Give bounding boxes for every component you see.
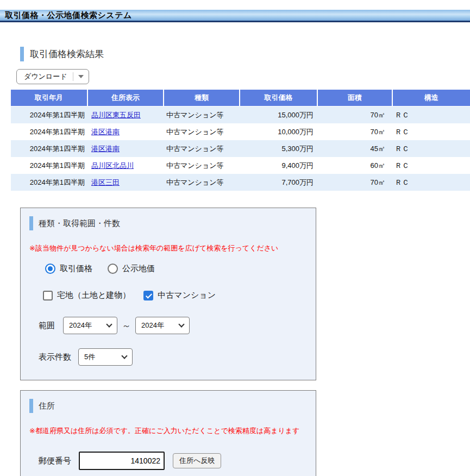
- cell-period: 2024年第1四半期: [11, 123, 88, 140]
- cell-period: 2024年第1四半期: [11, 107, 88, 123]
- chevron-down-icon: [121, 353, 127, 359]
- price-type-radio-group: 取引価格 公示地価: [45, 264, 170, 274]
- criteria-panel-title: 種類・取得範囲・件数: [29, 216, 120, 230]
- cell-period: 2024年第1四半期: [11, 157, 88, 174]
- address-panel-title: 住所: [29, 399, 55, 413]
- cell-structure: ＲＣ: [393, 140, 470, 157]
- cell-area: 70㎡: [318, 174, 393, 191]
- accent-bar: [20, 47, 24, 61]
- cell-area: 45㎡: [318, 140, 393, 157]
- cell-area: 70㎡: [318, 123, 393, 140]
- address-link[interactable]: 品川区東五反田: [91, 111, 141, 119]
- cell-price: 7,700万円: [240, 174, 318, 191]
- table-row: 2024年第1四半期 港区三田 中古マンション等 7,700万円 70㎡ ＲＣ: [11, 174, 470, 191]
- col-header-type: 種類: [164, 90, 240, 107]
- chevron-down-icon: [106, 321, 112, 327]
- table-header-row: 取引年月 住所表示 種類 取引価格 面積 構造: [11, 90, 470, 107]
- cell-structure: ＲＣ: [393, 174, 470, 191]
- chevron-down-icon: [78, 75, 84, 78]
- address-link[interactable]: 港区港南: [91, 128, 120, 136]
- radio-unselected-icon: [108, 264, 118, 274]
- accent-bar: [29, 399, 33, 413]
- checkbox-used-condo[interactable]: 中古マンション: [143, 290, 216, 300]
- checkbox-residential-land[interactable]: 宅地（土地と建物）: [43, 290, 130, 300]
- table-row: 2024年第1四半期 品川区北品川 中古マンション等 9,400万円 60㎡ Ｒ…: [11, 157, 470, 174]
- cell-price: 9,400万円: [240, 157, 318, 174]
- property-type-checkbox-group: 宅地（土地と建物） 中古マンション: [43, 290, 229, 300]
- cell-address: 港区港南: [88, 140, 164, 157]
- page-title: 取引価格検索結果: [30, 48, 104, 60]
- download-button[interactable]: ダウンロード: [16, 69, 89, 84]
- cell-type: 中古マンション等: [164, 174, 240, 191]
- radio-selected-icon: [45, 264, 55, 274]
- range-separator: ～: [122, 320, 131, 332]
- cell-price: 15,000万円: [240, 107, 318, 123]
- cell-price: 5,300万円: [240, 140, 318, 157]
- range-label: 範囲: [39, 321, 55, 331]
- address-panel: 住所 ※都道府県又は住所は必須です。正確にご入力いただくことで検索精度は高まりま…: [20, 390, 316, 476]
- postal-code-row: 郵便番号 住所へ反映: [39, 452, 221, 470]
- apply-to-address-button[interactable]: 住所へ反映: [173, 453, 221, 468]
- col-header-period: 取引年月: [11, 90, 88, 107]
- col-header-address: 住所表示: [88, 90, 164, 107]
- download-button-label: ダウンロード: [17, 72, 73, 82]
- cell-structure: ＲＣ: [393, 157, 470, 174]
- postal-code-label: 郵便番号: [39, 456, 71, 466]
- cell-type: 中古マンション等: [164, 140, 240, 157]
- cell-type: 中古マンション等: [164, 157, 240, 174]
- app-title: 取引価格・公示地価検索システム: [5, 10, 132, 21]
- accent-bar: [29, 216, 33, 230]
- cell-address: 港区港南: [88, 123, 164, 140]
- cell-structure: ＲＣ: [393, 107, 470, 123]
- cell-type: 中古マンション等: [164, 107, 240, 123]
- address-link[interactable]: 港区三田: [91, 178, 120, 186]
- cell-type: 中古マンション等: [164, 123, 240, 140]
- col-header-area: 面積: [318, 90, 393, 107]
- col-header-price: 取引価格: [240, 90, 318, 107]
- chevron-down-icon: [178, 321, 184, 327]
- postal-code-input[interactable]: [79, 452, 165, 470]
- count-label: 表示件数: [39, 352, 71, 362]
- radio-transaction-price[interactable]: 取引価格: [45, 264, 92, 274]
- table-row: 2024年第1四半期 港区港南 中古マンション等 5,300万円 45㎡ ＲＣ: [11, 140, 470, 157]
- cell-period: 2024年第1四半期: [11, 174, 88, 191]
- cell-period: 2024年第1四半期: [11, 140, 88, 157]
- cell-address: 品川区北品川: [88, 157, 164, 174]
- col-header-structure: 構造: [393, 90, 470, 107]
- table-row: 2024年第1四半期 港区港南 中古マンション等 10,000万円 70㎡ ＲＣ: [11, 123, 470, 140]
- cell-price: 10,000万円: [240, 123, 318, 140]
- criteria-note: ※該当物件が見つからない場合は検索年の範囲を広げて検索を行ってください: [29, 243, 278, 253]
- download-dropdown-toggle[interactable]: [73, 75, 89, 78]
- range-to-select[interactable]: 2024年: [135, 317, 190, 334]
- radio-official-land-price[interactable]: 公示地価: [108, 264, 155, 274]
- year-range-row: 範囲 2024年 ～ 2024年: [39, 317, 190, 334]
- cell-area: 70㎡: [318, 107, 393, 123]
- cell-address: 港区三田: [88, 174, 164, 191]
- checkbox-unchecked-icon: [43, 291, 53, 300]
- address-link[interactable]: 品川区北品川: [91, 161, 134, 170]
- cell-structure: ＲＣ: [393, 123, 470, 140]
- range-from-select[interactable]: 2024年: [63, 317, 117, 334]
- checkbox-checked-icon: [143, 291, 153, 300]
- address-link[interactable]: 港区港南: [91, 145, 120, 153]
- cell-address: 品川区東五反田: [88, 107, 164, 123]
- cell-area: 60㎡: [318, 157, 393, 174]
- criteria-panel: 種類・取得範囲・件数 ※該当物件が見つからない場合は検索年の範囲を広げて検索を行…: [20, 208, 316, 380]
- results-section-title: 取引価格検索結果: [20, 47, 104, 61]
- display-count-select[interactable]: 5件: [78, 348, 133, 366]
- display-count-row: 表示件数 5件: [39, 348, 133, 366]
- results-table: 取引年月 住所表示 種類 取引価格 面積 構造 2024年第1四半期 品川区東五…: [11, 90, 470, 191]
- address-note: ※都道府県又は住所は必須です。正確にご入力いただくことで検索精度は高まります: [29, 426, 299, 436]
- app-header-bar: 取引価格・公示地価検索システム: [0, 10, 470, 22]
- table-row: 2024年第1四半期 品川区東五反田 中古マンション等 15,000万円 70㎡…: [11, 107, 470, 123]
